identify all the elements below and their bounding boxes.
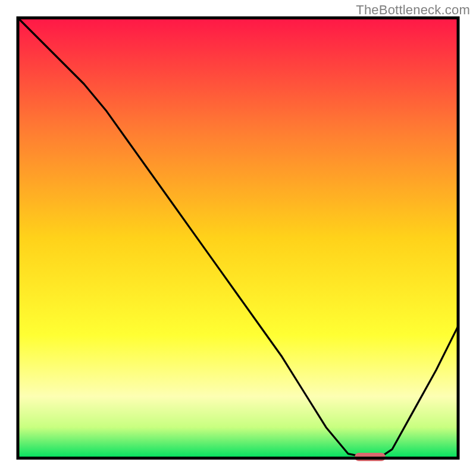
bottleneck-chart: TheBottleneck.com bbox=[0, 0, 476, 476]
chart-svg bbox=[0, 0, 476, 476]
